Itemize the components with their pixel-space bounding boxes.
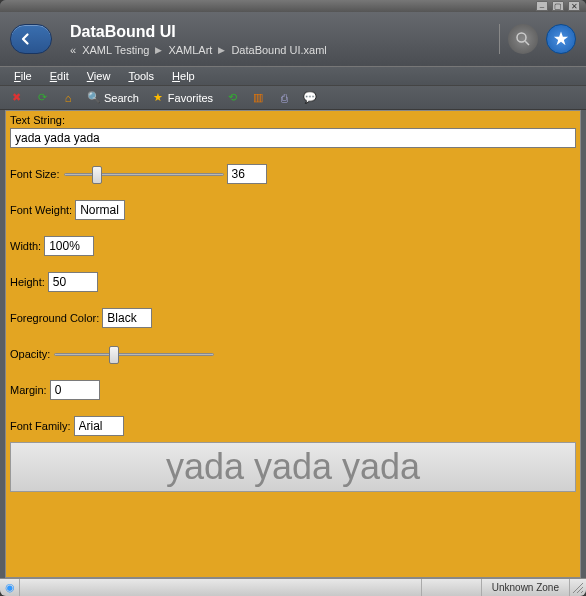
toolbar: ✖ ⟳ ⌂ 🔍Search ★Favorites ⟲ ▥ ⎙ 💬 [0, 86, 586, 110]
page-title: DataBound UI [70, 23, 327, 41]
text-string-label: Text String: [10, 114, 65, 126]
breadcrumb-item[interactable]: XAML Testing [82, 44, 149, 56]
divider [499, 24, 500, 54]
search-icon: 🔍 [87, 91, 101, 105]
back-button[interactable] [10, 24, 52, 54]
arrow-left-icon [17, 30, 35, 48]
panes-icon: ▥ [251, 91, 265, 105]
margin-label: Margin: [10, 384, 47, 396]
maximize-button[interactable]: ▢ [552, 1, 564, 11]
app-window: – ▢ ✕ DataBound UI « XAML Testing ▶ XAML… [0, 0, 586, 596]
chat-icon: 💬 [303, 91, 317, 105]
content-panel: Text String: Font Size: Font Weight: Wid… [5, 110, 581, 578]
breadcrumb-item[interactable]: DataBound UI.xaml [231, 44, 326, 56]
height-label: Height: [10, 276, 45, 288]
text-string-input[interactable] [10, 128, 576, 148]
tool-chat[interactable]: 💬 [300, 89, 320, 107]
tool-search[interactable]: 🔍Search [84, 89, 142, 107]
breadcrumb-chevrons[interactable]: « [70, 44, 76, 56]
opacity-slider[interactable] [54, 344, 214, 364]
chevron-right-icon: ▶ [218, 45, 225, 55]
height-input[interactable] [48, 272, 98, 292]
titlebar: – ▢ ✕ [0, 0, 586, 12]
tool-favorites[interactable]: ★Favorites [148, 89, 216, 107]
menu-help[interactable]: Help [164, 68, 203, 84]
breadcrumb-item[interactable]: XAMLArt [168, 44, 212, 56]
statusbar: ◉ Unknown Zone [0, 578, 586, 596]
home-icon: ⌂ [61, 91, 75, 105]
sync-icon: ⟲ [225, 91, 239, 105]
preview-text: yada yada yada [166, 446, 420, 488]
preview-area: yada yada yada [10, 442, 576, 492]
width-label: Width: [10, 240, 41, 252]
header: DataBound UI « XAML Testing ▶ XAMLArt ▶ … [0, 12, 586, 66]
close-button[interactable]: ✕ [568, 1, 580, 11]
svg-point-0 [517, 33, 526, 42]
x-icon: ✖ [9, 91, 23, 105]
magnifier-icon[interactable] [508, 24, 538, 54]
menu-tools[interactable]: Tools [120, 68, 162, 84]
font-size-label: Font Size: [10, 168, 60, 180]
security-zone-label: Unknown Zone [492, 582, 559, 593]
breadcrumb: « XAML Testing ▶ XAMLArt ▶ DataBound UI.… [70, 44, 327, 56]
font-size-slider[interactable] [64, 164, 224, 184]
menubar: File Edit View Tools Help [0, 66, 586, 86]
menu-file[interactable]: File [6, 68, 40, 84]
minimize-button[interactable]: – [536, 1, 548, 11]
font-size-input[interactable] [227, 164, 267, 184]
tool-panes[interactable]: ▥ [248, 89, 268, 107]
font-family-input[interactable] [74, 416, 124, 436]
menu-edit[interactable]: Edit [42, 68, 77, 84]
tool-stop[interactable]: ✖ [6, 89, 26, 107]
tool-home[interactable]: ⌂ [58, 89, 78, 107]
width-input[interactable] [44, 236, 94, 256]
star-icon: ★ [151, 91, 165, 105]
foreground-input[interactable] [102, 308, 152, 328]
font-family-label: Font Family: [10, 420, 71, 432]
font-weight-input[interactable] [75, 200, 125, 220]
opacity-label: Opacity: [10, 348, 50, 360]
tool-print[interactable]: ⎙ [274, 89, 294, 107]
menu-view[interactable]: View [79, 68, 119, 84]
print-icon: ⎙ [277, 91, 291, 105]
tool-sync[interactable]: ⟲ [222, 89, 242, 107]
font-weight-label: Font Weight: [10, 204, 72, 216]
chevron-right-icon: ▶ [155, 45, 162, 55]
status-icon: ◉ [0, 579, 20, 596]
svg-line-1 [525, 41, 529, 45]
tool-refresh[interactable]: ⟳ [32, 89, 52, 107]
margin-input[interactable] [50, 380, 100, 400]
refresh-icon: ⟳ [35, 91, 49, 105]
foreground-label: Foreground Color: [10, 312, 99, 324]
favorites-star-button[interactable] [546, 24, 576, 54]
resize-grip-icon[interactable] [570, 579, 586, 596]
